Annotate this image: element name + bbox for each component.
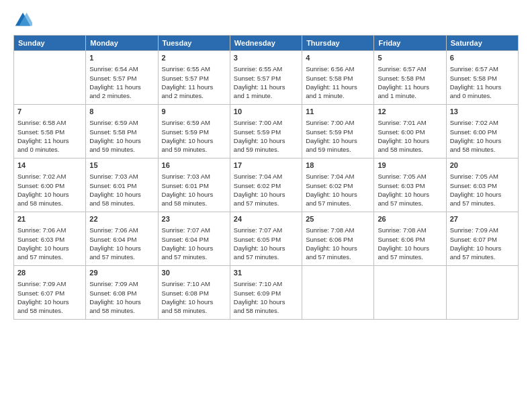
day-info: Sunrise: 7:07 AM Sunset: 6:05 PM Dayligh… xyxy=(234,226,298,261)
weekday-header: Thursday xyxy=(302,36,374,51)
calendar-cell: 8Sunrise: 6:59 AM Sunset: 5:58 PM Daylig… xyxy=(86,105,158,158)
calendar-cell: 16Sunrise: 7:03 AM Sunset: 6:01 PM Dayli… xyxy=(158,158,230,212)
day-number: 28 xyxy=(17,268,82,278)
day-info: Sunrise: 7:09 AM Sunset: 6:07 PM Dayligh… xyxy=(450,226,515,261)
day-number: 6 xyxy=(450,53,515,63)
day-info: Sunrise: 7:02 AM Sunset: 6:00 PM Dayligh… xyxy=(17,172,82,208)
day-info: Sunrise: 6:55 AM Sunset: 5:57 PM Dayligh… xyxy=(162,64,226,100)
day-number: 21 xyxy=(17,214,82,224)
weekday-header: Sunday xyxy=(14,36,86,51)
calendar-table: SundayMondayTuesdayWednesdayThursdayFrid… xyxy=(13,35,519,320)
calendar-cell: 11Sunrise: 7:00 AM Sunset: 5:59 PM Dayli… xyxy=(302,105,374,158)
day-number: 27 xyxy=(450,214,515,224)
day-number: 30 xyxy=(162,268,226,278)
calendar-cell xyxy=(374,266,446,320)
day-info: Sunrise: 6:57 AM Sunset: 5:58 PM Dayligh… xyxy=(378,64,442,100)
day-info: Sunrise: 7:03 AM Sunset: 6:01 PM Dayligh… xyxy=(162,172,226,208)
calendar-cell: 12Sunrise: 7:01 AM Sunset: 6:00 PM Dayli… xyxy=(374,105,446,158)
day-number: 25 xyxy=(306,214,370,224)
calendar-cell: 3Sunrise: 6:55 AM Sunset: 5:57 PM Daylig… xyxy=(230,51,302,105)
calendar-body: 1Sunrise: 6:54 AM Sunset: 5:57 PM Daylig… xyxy=(14,51,519,320)
day-info: Sunrise: 6:58 AM Sunset: 5:58 PM Dayligh… xyxy=(17,118,82,154)
calendar-cell: 23Sunrise: 7:07 AM Sunset: 6:04 PM Dayli… xyxy=(158,212,230,266)
day-number: 24 xyxy=(234,214,298,224)
calendar-cell: 22Sunrise: 7:06 AM Sunset: 6:04 PM Dayli… xyxy=(86,212,158,266)
calendar-cell: 26Sunrise: 7:08 AM Sunset: 6:06 PM Dayli… xyxy=(374,212,446,266)
weekday-header: Tuesday xyxy=(158,36,230,51)
day-number: 23 xyxy=(162,214,226,224)
day-number: 3 xyxy=(234,53,298,63)
day-number: 20 xyxy=(450,161,515,171)
day-number: 4 xyxy=(306,53,370,63)
day-number: 1 xyxy=(89,53,154,63)
day-number: 31 xyxy=(234,268,298,278)
calendar-cell: 20Sunrise: 7:05 AM Sunset: 6:03 PM Dayli… xyxy=(446,158,518,212)
day-number: 17 xyxy=(234,161,298,171)
day-info: Sunrise: 7:04 AM Sunset: 6:02 PM Dayligh… xyxy=(234,172,298,208)
calendar-cell: 14Sunrise: 7:02 AM Sunset: 6:00 PM Dayli… xyxy=(14,158,86,212)
day-number: 14 xyxy=(17,161,82,171)
calendar-cell: 9Sunrise: 6:59 AM Sunset: 5:59 PM Daylig… xyxy=(158,105,230,158)
calendar-cell: 28Sunrise: 7:09 AM Sunset: 6:07 PM Dayli… xyxy=(14,266,86,320)
day-number: 9 xyxy=(162,107,226,117)
day-info: Sunrise: 7:06 AM Sunset: 6:04 PM Dayligh… xyxy=(89,226,154,261)
calendar-cell xyxy=(446,266,518,320)
day-info: Sunrise: 7:05 AM Sunset: 6:03 PM Dayligh… xyxy=(378,172,442,208)
day-number: 5 xyxy=(378,53,442,63)
calendar-cell: 7Sunrise: 6:58 AM Sunset: 5:58 PM Daylig… xyxy=(14,105,86,158)
calendar-cell: 24Sunrise: 7:07 AM Sunset: 6:05 PM Dayli… xyxy=(230,212,302,266)
day-number: 16 xyxy=(162,161,226,171)
day-info: Sunrise: 6:54 AM Sunset: 5:57 PM Dayligh… xyxy=(89,64,154,100)
weekday-header: Wednesday xyxy=(230,36,302,51)
calendar-cell: 15Sunrise: 7:03 AM Sunset: 6:01 PM Dayli… xyxy=(86,158,158,212)
day-info: Sunrise: 6:57 AM Sunset: 5:58 PM Dayligh… xyxy=(450,64,515,100)
calendar-week-row: 1Sunrise: 6:54 AM Sunset: 5:57 PM Daylig… xyxy=(14,51,519,105)
calendar-cell: 4Sunrise: 6:56 AM Sunset: 5:58 PM Daylig… xyxy=(302,51,374,105)
calendar-week-row: 14Sunrise: 7:02 AM Sunset: 6:00 PM Dayli… xyxy=(14,158,519,212)
day-info: Sunrise: 7:10 AM Sunset: 6:08 PM Dayligh… xyxy=(162,279,226,315)
calendar-cell: 6Sunrise: 6:57 AM Sunset: 5:58 PM Daylig… xyxy=(446,51,518,105)
page: SundayMondayTuesdayWednesdayThursdayFrid… xyxy=(0,0,532,411)
day-info: Sunrise: 7:08 AM Sunset: 6:06 PM Dayligh… xyxy=(378,226,442,261)
calendar-cell xyxy=(14,51,86,105)
calendar-week-row: 28Sunrise: 7:09 AM Sunset: 6:07 PM Dayli… xyxy=(14,266,519,320)
weekday-row: SundayMondayTuesdayWednesdayThursdayFrid… xyxy=(14,36,519,51)
day-info: Sunrise: 7:06 AM Sunset: 6:03 PM Dayligh… xyxy=(17,226,82,261)
calendar-week-row: 7Sunrise: 6:58 AM Sunset: 5:58 PM Daylig… xyxy=(14,105,519,158)
calendar-cell: 10Sunrise: 7:00 AM Sunset: 5:59 PM Dayli… xyxy=(230,105,302,158)
day-info: Sunrise: 7:08 AM Sunset: 6:06 PM Dayligh… xyxy=(306,226,370,261)
day-info: Sunrise: 7:05 AM Sunset: 6:03 PM Dayligh… xyxy=(450,172,515,208)
calendar-cell: 1Sunrise: 6:54 AM Sunset: 5:57 PM Daylig… xyxy=(86,51,158,105)
day-number: 19 xyxy=(378,161,442,171)
day-info: Sunrise: 7:00 AM Sunset: 5:59 PM Dayligh… xyxy=(306,118,370,154)
calendar-cell xyxy=(302,266,374,320)
weekday-header: Monday xyxy=(86,36,158,51)
day-info: Sunrise: 7:04 AM Sunset: 6:02 PM Dayligh… xyxy=(306,172,370,208)
day-number: 12 xyxy=(378,107,442,117)
logo xyxy=(13,11,35,30)
header xyxy=(13,11,519,30)
calendar-header: SundayMondayTuesdayWednesdayThursdayFrid… xyxy=(14,36,519,51)
day-info: Sunrise: 7:01 AM Sunset: 6:00 PM Dayligh… xyxy=(378,118,442,154)
calendar-cell: 13Sunrise: 7:02 AM Sunset: 6:00 PM Dayli… xyxy=(446,105,518,158)
day-number: 8 xyxy=(89,107,154,117)
calendar-cell: 21Sunrise: 7:06 AM Sunset: 6:03 PM Dayli… xyxy=(14,212,86,266)
day-number: 13 xyxy=(450,107,515,117)
day-info: Sunrise: 7:00 AM Sunset: 5:59 PM Dayligh… xyxy=(234,118,298,154)
day-info: Sunrise: 7:09 AM Sunset: 6:07 PM Dayligh… xyxy=(17,279,82,315)
day-number: 2 xyxy=(162,53,226,63)
day-info: Sunrise: 7:07 AM Sunset: 6:04 PM Dayligh… xyxy=(162,226,226,261)
day-info: Sunrise: 6:59 AM Sunset: 5:58 PM Dayligh… xyxy=(89,118,154,154)
calendar-cell: 27Sunrise: 7:09 AM Sunset: 6:07 PM Dayli… xyxy=(446,212,518,266)
day-info: Sunrise: 6:59 AM Sunset: 5:59 PM Dayligh… xyxy=(162,118,226,154)
day-info: Sunrise: 7:03 AM Sunset: 6:01 PM Dayligh… xyxy=(89,172,154,208)
calendar-cell: 30Sunrise: 7:10 AM Sunset: 6:08 PM Dayli… xyxy=(158,266,230,320)
day-info: Sunrise: 6:55 AM Sunset: 5:57 PM Dayligh… xyxy=(234,64,298,100)
day-info: Sunrise: 6:56 AM Sunset: 5:58 PM Dayligh… xyxy=(306,64,370,100)
calendar-cell: 29Sunrise: 7:09 AM Sunset: 6:08 PM Dayli… xyxy=(86,266,158,320)
day-number: 26 xyxy=(378,214,442,224)
weekday-header: Saturday xyxy=(446,36,518,51)
day-number: 10 xyxy=(234,107,298,117)
calendar-cell: 17Sunrise: 7:04 AM Sunset: 6:02 PM Dayli… xyxy=(230,158,302,212)
calendar-week-row: 21Sunrise: 7:06 AM Sunset: 6:03 PM Dayli… xyxy=(14,212,519,266)
